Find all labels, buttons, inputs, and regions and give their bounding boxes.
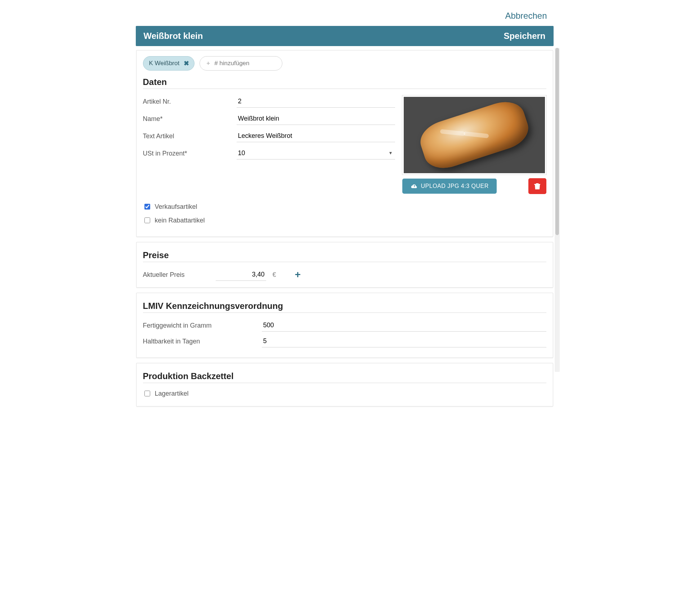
tag-remove-icon[interactable]: ✖: [184, 60, 189, 67]
add-tag-input[interactable]: [214, 59, 271, 67]
currency-label: €: [273, 271, 276, 279]
ust-select[interactable]: [237, 147, 395, 159]
plus-icon: +: [206, 60, 210, 67]
section-title-daten: Daten: [143, 77, 546, 87]
product-image: [402, 95, 546, 175]
lmiv-card: LMIV Kennzeichnungsverordnung Fertiggewi…: [136, 293, 553, 358]
fertiggewicht-input[interactable]: [262, 319, 546, 332]
bread-image: [416, 96, 533, 174]
label-ust: USt in Prozent*: [143, 150, 237, 157]
tags-row: K Weißbrot ✖ +: [143, 56, 546, 71]
label-fertiggewicht: Fertiggewicht in Gramm: [143, 322, 262, 329]
lagerartikel-label: Lagerartikel: [155, 390, 189, 397]
trash-icon: [534, 183, 541, 190]
scrollbar-thumb[interactable]: [555, 48, 559, 235]
tag-chip[interactable]: K Weißbrot ✖: [143, 56, 195, 71]
section-title-preise: Preise: [143, 250, 546, 260]
section-rule: [143, 383, 546, 383]
kein-rabatt-checkbox[interactable]: [144, 217, 150, 223]
page-title: Weißbrot klein: [144, 31, 203, 41]
top-actions: Abbrechen: [136, 7, 554, 26]
scrollbar[interactable]: [555, 48, 560, 372]
haltbarkeit-input[interactable]: [262, 335, 546, 347]
section-title-produktion: Produktion Backzettel: [143, 371, 546, 381]
upload-button[interactable]: UPLOAD JPG 4:3 QUER: [402, 179, 497, 194]
lagerartikel-checkbox[interactable]: [144, 391, 150, 396]
daten-card: K Weißbrot ✖ + Daten Artikel Nr.: [136, 50, 553, 237]
label-text-artikel: Text Artikel: [143, 132, 237, 140]
text-artikel-input[interactable]: [237, 130, 395, 142]
cloud-upload-icon: [410, 183, 417, 189]
section-rule: [143, 89, 546, 89]
add-tag-field[interactable]: +: [200, 56, 282, 71]
verkaufsartikel-checkbox[interactable]: [144, 204, 150, 210]
label-name: Name*: [143, 115, 237, 123]
save-button[interactable]: Speichern: [504, 31, 545, 41]
delete-image-button[interactable]: [528, 178, 546, 194]
cancel-button[interactable]: Abbrechen: [505, 11, 547, 21]
label-artikel-nr: Artikel Nr.: [143, 98, 237, 105]
section-rule: [143, 313, 546, 313]
artikel-nr-input[interactable]: [237, 95, 395, 108]
preise-card: Preise Aktueller Preis € +: [136, 242, 553, 288]
section-rule: [143, 262, 546, 262]
label-haltbarkeit: Haltbarkeit in Tagen: [143, 338, 262, 345]
verkaufsartikel-label: Verkaufsartikel: [155, 203, 197, 211]
preis-input[interactable]: [216, 269, 266, 281]
tag-label: K Weißbrot: [149, 60, 180, 67]
label-aktueller-preis: Aktueller Preis: [143, 271, 211, 279]
produktion-card: Produktion Backzettel Lagerartikel: [136, 363, 553, 406]
upload-label: UPLOAD JPG 4:3 QUER: [421, 183, 489, 189]
section-title-lmiv: LMIV Kennzeichnungsverordnung: [143, 301, 546, 311]
kein-rabatt-label: kein Rabattartikel: [155, 217, 205, 224]
name-input[interactable]: [237, 113, 395, 125]
header-bar: Weißbrot klein Speichern: [136, 26, 554, 46]
add-price-button[interactable]: +: [295, 270, 301, 280]
